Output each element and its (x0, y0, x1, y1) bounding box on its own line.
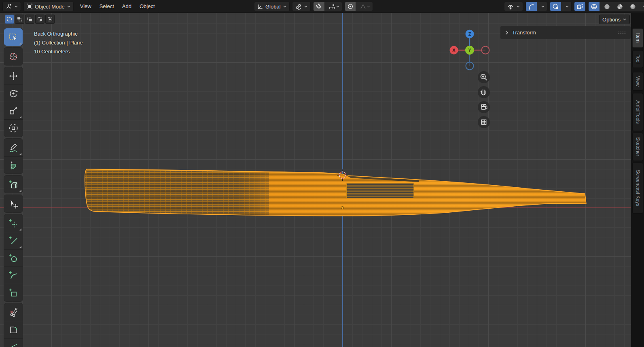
toggle-xray[interactable] (574, 2, 585, 11)
axis-x-ball[interactable]: X (450, 46, 458, 55)
tab-sketcher[interactable]: Sketcher (632, 133, 643, 161)
3d-cursor-icon (8, 51, 19, 62)
tool-trim[interactable] (4, 303, 23, 321)
snap-toggle[interactable] (314, 2, 324, 11)
tab-airfoiltools[interactable]: AirfoilTools (632, 93, 643, 131)
toggle-grid-button[interactable] (478, 116, 490, 128)
tool-add-rectangle[interactable] (4, 284, 23, 301)
show-gizmo-toggle[interactable] (526, 2, 537, 11)
transform-orientation-selector[interactable]: Global (254, 2, 290, 11)
snap-target-selector[interactable] (326, 2, 342, 11)
panel-drag-dots-icon[interactable] (618, 31, 627, 35)
viewport-info: Back Orthographic (1) Collection | Plane… (34, 30, 83, 56)
editor-type-selector[interactable] (2, 2, 21, 11)
viewport-nav-buttons (478, 71, 490, 128)
wing-object[interactable] (79, 162, 593, 222)
tab-tool[interactable]: Tool (632, 50, 643, 68)
proportional-editing-toggle[interactable] (345, 2, 356, 11)
mode-selector[interactable]: Object Mode (23, 2, 74, 11)
tool-add-circle[interactable] (4, 249, 23, 267)
menu-select[interactable]: Select (95, 0, 118, 13)
subtool-indicator (19, 153, 21, 155)
tab-label: Screencast Keys (635, 170, 641, 206)
select-mode-set[interactable] (5, 15, 14, 24)
proportional-falloff-selector[interactable] (358, 2, 373, 11)
subtool-indicator (19, 229, 21, 231)
chevron-down-icon (304, 4, 308, 8)
tool-rotate[interactable] (4, 85, 23, 102)
tool-add-arc[interactable] (4, 267, 23, 284)
rotate-icon (8, 88, 19, 99)
transform-panel-header[interactable]: Transform (500, 26, 631, 39)
svg-text:Z: Z (468, 32, 471, 36)
xray-icon (576, 3, 583, 10)
tool-cursor[interactable] (4, 48, 23, 65)
3d-cursor (337, 169, 349, 181)
camera-icon (479, 102, 489, 112)
annotate-pencil-icon (8, 142, 19, 153)
menu-add[interactable]: Add (118, 0, 136, 13)
zoom-icon (479, 72, 489, 83)
select-mode-subtract[interactable] (25, 15, 34, 24)
options-button[interactable]: Options (599, 15, 630, 24)
axis-neg-z-ball[interactable] (466, 62, 474, 70)
subtool-indicator (19, 42, 21, 44)
object-mode-icon (26, 3, 33, 10)
gizmo-options-dropdown[interactable] (539, 2, 547, 11)
chevron-down-icon (642, 4, 644, 8)
tab-screencast-keys[interactable]: Screencast Keys (632, 163, 643, 214)
show-overlays-toggle[interactable] (550, 2, 561, 11)
axis-z-ball[interactable]: Z (466, 30, 474, 38)
add-line-icon (8, 235, 19, 246)
chevron-down-icon (283, 4, 287, 8)
tool-tweak-move[interactable] (4, 195, 23, 212)
tool-add-cube[interactable] (4, 176, 23, 193)
tool-select-box[interactable] (4, 28, 23, 46)
overlays-options-dropdown[interactable] (563, 2, 571, 11)
axis-y-ball[interactable]: Y (465, 46, 474, 55)
pivot-point-selector[interactable] (292, 2, 311, 11)
view-name-text: Back Orthographic (34, 30, 83, 38)
overlays-icon (552, 3, 559, 10)
tab-label: Tool (635, 55, 641, 63)
shading-options-dropdown[interactable] (640, 2, 644, 11)
menu-object[interactable]: Object (136, 0, 159, 13)
fillet-icon (8, 324, 19, 335)
select-invert-icon (37, 16, 43, 22)
tool-add-line[interactable] (4, 232, 23, 249)
add-arc-icon (8, 270, 19, 281)
show-object-types-selector[interactable] (504, 2, 523, 11)
tool-fillet[interactable] (4, 321, 23, 338)
camera-view-button[interactable] (478, 101, 490, 113)
select-mode-intersect[interactable] (45, 15, 55, 24)
wireframe-shading-icon (591, 3, 597, 10)
tab-item[interactable]: Item (632, 28, 643, 48)
tool-move[interactable] (4, 67, 23, 85)
svg-text:Y: Y (468, 48, 471, 53)
shading-solid-button[interactable] (602, 2, 612, 11)
tool-scale[interactable] (4, 102, 23, 119)
tool-construction-line[interactable] (4, 338, 23, 347)
axis-navigation-gizmo[interactable]: Z X Y (447, 28, 492, 72)
tool-measure[interactable] (4, 156, 23, 174)
tab-view[interactable]: View (632, 72, 643, 91)
mode-label: Object Mode (35, 4, 65, 10)
tab-label: Sketcher (635, 137, 641, 156)
tool-transform[interactable] (4, 119, 23, 137)
add-point-icon (8, 218, 19, 229)
tweak-move-icon (8, 199, 19, 209)
select-mode-extend[interactable] (15, 15, 24, 24)
tool-annotate[interactable] (4, 139, 23, 156)
pan-button[interactable] (478, 86, 490, 98)
tool-add-point[interactable] (4, 214, 23, 232)
snap-controls (313, 2, 342, 11)
zoom-button[interactable] (478, 71, 490, 83)
object-origin-dot (341, 206, 344, 209)
move-icon (8, 71, 19, 81)
select-mode-invert[interactable] (35, 15, 44, 24)
shading-material-button[interactable] (614, 2, 625, 11)
menu-view[interactable]: View (76, 0, 95, 13)
shading-wireframe-button[interactable] (589, 2, 600, 11)
axis-neg-x-ball[interactable] (482, 47, 489, 54)
shading-rendered-button[interactable] (627, 2, 638, 11)
